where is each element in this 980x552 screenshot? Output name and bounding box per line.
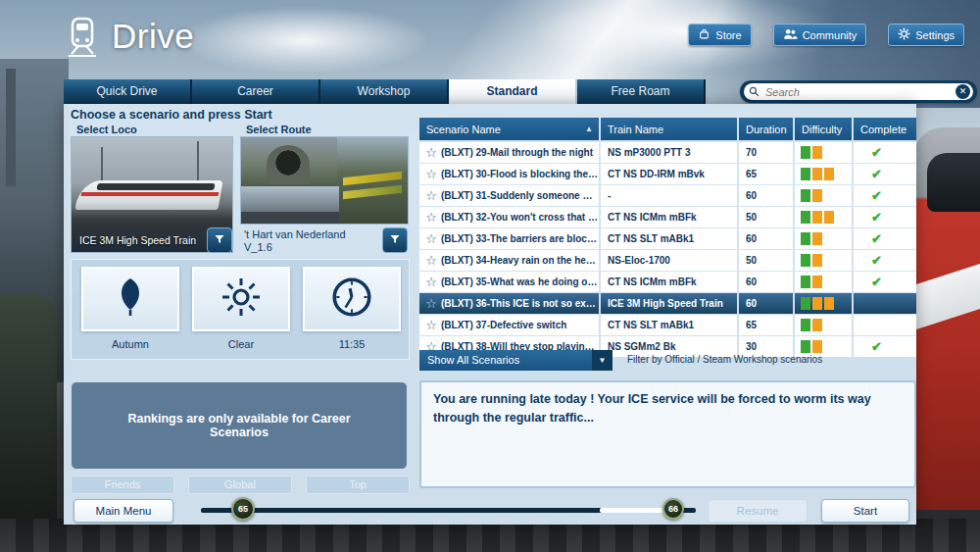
- scenario-filter-dropdown[interactable]: Show All Scenarios ▼: [419, 350, 612, 371]
- store-button-label: Store: [715, 29, 741, 41]
- train-name: ICE 3M High Speed Train: [601, 293, 737, 314]
- column-duration[interactable]: Duration: [739, 118, 793, 140]
- tab-bar: Quick Drive Career Workshop Standard Fre…: [64, 79, 706, 104]
- favorite-star-icon[interactable]: ☆: [421, 145, 441, 160]
- duration: 65: [739, 164, 793, 184]
- tab-standard[interactable]: Standard: [449, 79, 577, 104]
- favorite-star-icon[interactable]: ☆: [421, 253, 441, 268]
- train-logo-icon: [59, 13, 106, 60]
- column-complete[interactable]: Complete: [854, 118, 916, 140]
- complete-check-icon: ✔: [871, 188, 882, 203]
- scenario-name: (BLXT) 29-Mail through the night: [441, 147, 593, 158]
- time-tile[interactable]: [303, 267, 401, 331]
- favorite-star-icon[interactable]: ☆: [421, 275, 441, 289]
- difficulty-cell: [795, 293, 852, 314]
- scenario-row[interactable]: ☆(BLXT) 34-Heavy rain on the heart of Ne…: [419, 250, 916, 271]
- scenario-row[interactable]: ☆(BLXT) 36-This ICE is not so expressICE…: [419, 293, 916, 314]
- selected-loco-name: ICE 3M High Speed Train: [79, 234, 196, 246]
- table-header: Scenario Name ▲ Train Name Duration Diff…: [419, 118, 916, 140]
- store-bag-icon: [698, 27, 710, 42]
- community-button[interactable]: Community: [773, 24, 867, 46]
- selected-route-name: 't Hart van Nederland V_1.6: [244, 228, 371, 254]
- top-button[interactable]: Top: [306, 476, 410, 494]
- tab-quick-drive[interactable]: Quick Drive: [64, 79, 192, 104]
- scenario-name: (BLXT) 33-The barriers are blocked: [441, 233, 599, 244]
- favorite-star-icon[interactable]: ☆: [421, 318, 441, 332]
- gear-icon: [898, 27, 910, 42]
- table-footer: Show All Scenarios ▼ Filter by Official …: [419, 350, 916, 371]
- favorite-star-icon[interactable]: ☆: [421, 167, 441, 181]
- difficulty-cell: [795, 164, 852, 184]
- weather-tile[interactable]: [192, 267, 290, 331]
- column-scenario-name[interactable]: Scenario Name ▲: [419, 118, 599, 140]
- scenario-row[interactable]: ☆(BLXT) 35-What was he doing on the trac…: [419, 272, 916, 292]
- main-menu-button[interactable]: Main Menu: [74, 499, 173, 523]
- search-box: ✕: [740, 80, 977, 103]
- scenario-row[interactable]: ☆(BLXT) 37-Defective switchCT NS SLT mAB…: [419, 315, 916, 335]
- train-name: -: [601, 185, 737, 206]
- chevron-down-icon: ▼: [592, 350, 612, 371]
- scenario-row[interactable]: ☆(BLXT) 31-Suddenly someone was feeling …: [419, 185, 916, 206]
- scenario-table: Scenario Name ▲ Train Name Duration Diff…: [419, 118, 916, 357]
- drive-screen: Drive Store Community Settings Quick Dri…: [0, 0, 980, 552]
- column-train-name[interactable]: Train Name: [601, 118, 737, 140]
- favorite-star-icon[interactable]: ☆: [421, 210, 441, 225]
- complete-check-icon: ✔: [871, 145, 882, 160]
- difficulty-cell: [795, 315, 852, 335]
- community-people-icon: [783, 27, 798, 42]
- route-filter-button[interactable]: [382, 227, 408, 253]
- difficulty-bar: [801, 146, 834, 159]
- scenario-name-cell: ☆(BLXT) 34-Heavy rain on the heart of Ne…: [419, 250, 599, 271]
- scenario-row[interactable]: ☆(BLXT) 33-The barriers are blockedCT NS…: [419, 228, 916, 249]
- search-input[interactable]: [763, 85, 934, 99]
- train-name: NS mP3000 PTT 3: [601, 142, 737, 163]
- clock-icon: [329, 275, 374, 324]
- difficulty-bar: [801, 232, 834, 245]
- train-name: CT NS SLT mABk1: [601, 315, 737, 335]
- weather-label: Clear: [192, 338, 290, 350]
- friends-button[interactable]: Friends: [71, 476, 174, 494]
- clear-search-icon[interactable]: ✕: [956, 84, 970, 99]
- difficulty-cell: [795, 250, 852, 271]
- conditions-panel: Autumn Clear 11:35: [71, 259, 410, 360]
- tab-workshop[interactable]: Workshop: [320, 79, 449, 104]
- complete-cell: ✔: [854, 164, 916, 184]
- scenario-row[interactable]: ☆(BLXT) 29-Mail through the nightNS mP30…: [419, 142, 916, 163]
- slider-knob-right[interactable]: 66: [662, 498, 684, 520]
- slider-knob-left[interactable]: 65: [231, 497, 255, 521]
- scenario-row[interactable]: ☆(BLXT) 30-Flood is blocking the tracksC…: [419, 164, 916, 184]
- global-button[interactable]: Global: [188, 476, 292, 494]
- complete-check-icon: ✔: [871, 167, 882, 181]
- settings-button-label: Settings: [915, 29, 955, 41]
- background-train-right: [913, 127, 980, 510]
- rankings-notice: Rankings are only available for Career S…: [71, 381, 408, 470]
- difficulty-bar: [801, 168, 834, 180]
- scenario-name-cell: ☆(BLXT) 36-This ICE is not so express: [419, 293, 599, 314]
- scenario-row[interactable]: ☆(BLXT) 32-You won't cross that bridge !…: [419, 207, 916, 227]
- favorite-star-icon[interactable]: ☆: [421, 188, 441, 203]
- season-tile[interactable]: [81, 267, 179, 331]
- scenario-name-cell: ☆(BLXT) 33-The barriers are blocked: [419, 228, 599, 249]
- scenario-name: (BLXT) 35-What was he doing on the track: [441, 276, 599, 287]
- train-name: CT NS DD-IRM mBvk: [601, 164, 737, 184]
- loco-filter-button[interactable]: [207, 227, 232, 253]
- scenario-name-cell: ☆(BLXT) 31-Suddenly someone was feeling …: [419, 185, 599, 206]
- scenario-description: You are running late today ! Your ICE se…: [419, 380, 916, 488]
- favorite-star-icon[interactable]: ☆: [421, 296, 441, 311]
- tab-free-roam[interactable]: Free Roam: [577, 79, 706, 104]
- duration: 60: [739, 228, 793, 249]
- start-button[interactable]: Start: [821, 499, 909, 523]
- favorite-star-icon[interactable]: ☆: [421, 231, 441, 246]
- store-button[interactable]: Store: [688, 24, 751, 46]
- resume-button[interactable]: Resume: [708, 499, 808, 523]
- select-route-label: Select Route: [246, 124, 312, 135]
- selected-route-image[interactable]: [240, 136, 409, 225]
- settings-button[interactable]: Settings: [888, 24, 964, 46]
- column-difficulty[interactable]: Difficulty: [795, 118, 852, 140]
- search-icon: [744, 83, 760, 101]
- tab-career[interactable]: Career: [192, 79, 320, 104]
- difficulty-cell: [795, 272, 852, 292]
- scenario-name: (BLXT) 36-This ICE is not so express: [441, 298, 599, 309]
- background-train-left: [0, 294, 57, 529]
- community-button-label: Community: [803, 29, 858, 41]
